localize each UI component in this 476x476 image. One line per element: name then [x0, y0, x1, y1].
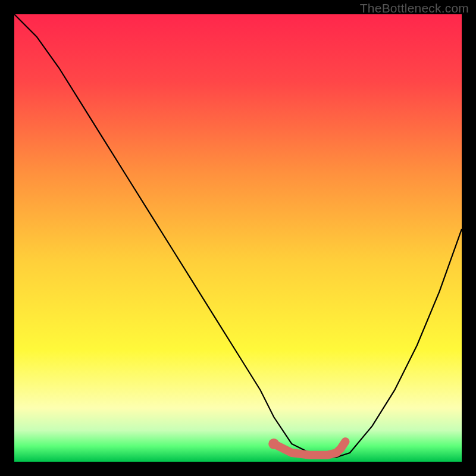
- plot-area: [14, 14, 462, 462]
- chart-frame: TheBottleneck.com: [0, 0, 476, 476]
- watermark-text: TheBottleneck.com: [360, 1, 469, 15]
- chart-svg: [14, 14, 462, 462]
- gradient-background: [14, 14, 462, 462]
- optimal-range-start-dot: [268, 439, 279, 449]
